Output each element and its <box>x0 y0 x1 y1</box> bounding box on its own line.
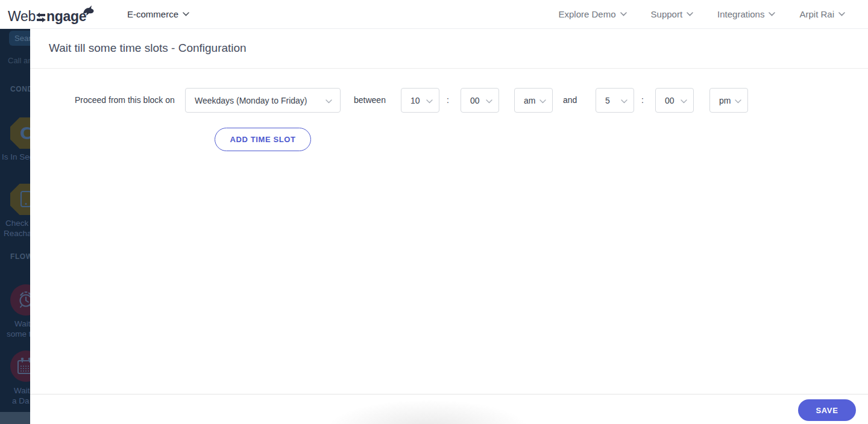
chevron-down-icon <box>486 99 492 104</box>
end-meridiem-value: pm <box>710 96 731 105</box>
chevron-down-icon <box>621 99 627 104</box>
end-meridiem-select[interactable]: pm <box>709 88 748 113</box>
end-hour-value: 5 <box>596 96 610 105</box>
start-hour-select[interactable]: 10 <box>401 88 439 113</box>
config-panel-header: Wait till some time slots - Configuratio… <box>30 29 868 69</box>
logo-arrows-e-icon <box>36 12 46 23</box>
config-panel-footer: SAVE <box>30 394 868 424</box>
check-reachability-label-line1: Check <box>5 219 28 228</box>
project-menu[interactable]: E-commerce <box>127 0 189 28</box>
nav-integrations-label: Integrations <box>717 9 764 19</box>
wait-time-slots-label-line1: Wait <box>14 319 31 328</box>
nav-user-menu-label: Arpit Rai <box>799 9 834 19</box>
day-select-value: Weekdays (Monday to Friday) <box>186 96 307 105</box>
check-reachability-label-line2: Reacha <box>4 229 32 238</box>
start-meridiem-select[interactable]: am <box>514 88 553 113</box>
chevron-down-icon <box>326 99 332 104</box>
end-minute-value: 00 <box>656 96 675 105</box>
app-root: Web ngage E-commerce Explore Demo Suppor… <box>0 0 868 424</box>
nav-support[interactable]: Support <box>651 0 694 28</box>
project-menu-label: E-commerce <box>127 9 178 19</box>
webengage-logo[interactable]: Web ngage <box>8 4 96 25</box>
add-time-slot-button[interactable]: ADD TIME SLOT <box>215 128 311 151</box>
end-minute-select[interactable]: 00 <box>655 88 694 113</box>
chevron-down-icon <box>838 12 845 16</box>
colon-separator: : <box>641 88 644 113</box>
logo-text-ngage: ngage <box>46 8 86 25</box>
chevron-down-icon <box>539 99 546 104</box>
chevron-down-icon <box>769 12 775 16</box>
day-select[interactable]: Weekdays (Monday to Friday) <box>185 88 341 113</box>
chevron-down-icon <box>426 99 433 104</box>
block-search-placeholder: Sear <box>14 34 31 43</box>
config-panel: Wait till some time slots - Configuratio… <box>30 29 868 424</box>
colon-separator: : <box>447 88 449 113</box>
wait-time-slots-label-line2: some t <box>7 329 31 338</box>
chevron-down-icon <box>735 99 741 104</box>
is-in-segment-label: Is In Seg <box>2 152 34 161</box>
top-navbar: Web ngage E-commerce Explore Demo Suppor… <box>0 0 868 29</box>
canvas-shadow <box>283 394 573 424</box>
start-minute-value: 00 <box>461 96 480 105</box>
chevron-down-icon <box>183 12 189 16</box>
nav-support-label: Support <box>651 9 683 19</box>
proceed-label: Proceed from this block on <box>75 88 175 113</box>
between-label: between <box>354 88 386 113</box>
navbar-right-menu: Explore Demo Support Integrations Arpit … <box>558 0 845 28</box>
start-meridiem-value: am <box>515 96 535 105</box>
save-button[interactable]: SAVE <box>798 399 856 421</box>
wait-date-label-line2: a Da <box>12 396 30 405</box>
start-minute-select[interactable]: 00 <box>461 88 499 113</box>
logo-text-web: Web <box>8 8 36 25</box>
nav-explore-demo[interactable]: Explore Demo <box>558 0 626 28</box>
logo-bird-icon <box>83 5 96 16</box>
sidebar-item-call-api-label: Call an <box>8 56 32 65</box>
panel-title: Wait till some time slots - Configuratio… <box>49 29 247 67</box>
nav-integrations[interactable]: Integrations <box>717 0 775 28</box>
chevron-down-icon <box>620 12 627 16</box>
wait-date-label-line1: Wait <box>14 386 30 395</box>
nav-explore-demo-label: Explore Demo <box>558 9 615 19</box>
chevron-down-icon <box>681 99 687 104</box>
and-label: and <box>563 88 577 113</box>
start-hour-value: 10 <box>401 96 420 105</box>
time-slot-row: Proceed from this block on Weekdays (Mon… <box>30 88 868 113</box>
chevron-down-icon <box>687 12 693 16</box>
nav-user-menu[interactable]: Arpit Rai <box>799 0 845 28</box>
end-hour-select[interactable]: 5 <box>596 88 634 113</box>
